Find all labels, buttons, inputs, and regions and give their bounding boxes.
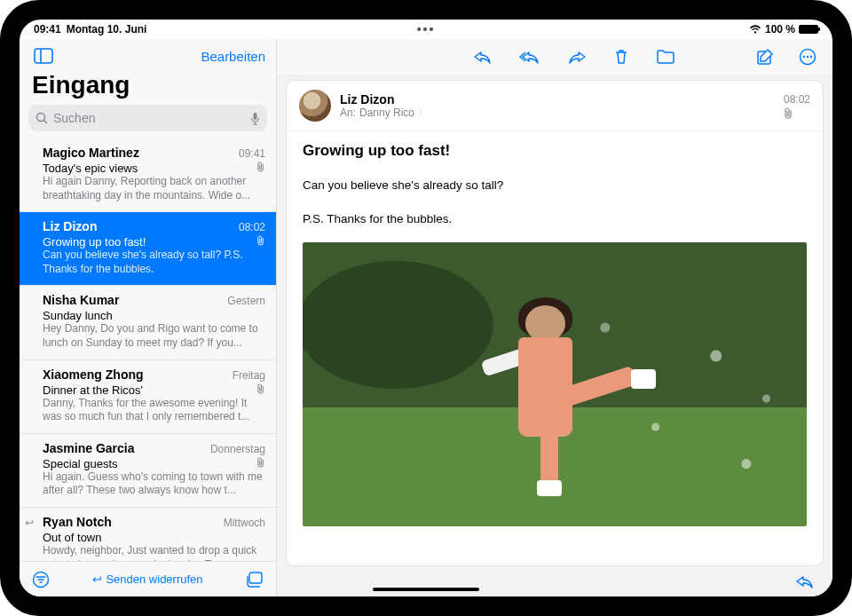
quick-reply-button[interactable] [792, 570, 818, 593]
trash-icon [613, 48, 629, 66]
attachment-icon [784, 107, 810, 119]
svg-rect-6 [249, 573, 262, 583]
item-preview: Howdy, neighbor, Just wanted to drop a q… [43, 544, 265, 561]
to-label: An: [340, 107, 356, 119]
trash-button[interactable] [610, 44, 633, 69]
reply-icon [473, 49, 493, 65]
battery-percent: 100 % [765, 23, 795, 36]
mail-body-line: P.S. Thanks for the bubbles. [303, 209, 807, 229]
filter-icon [32, 571, 50, 588]
message-header[interactable]: Liz Dizon An: Danny Rico 〉 08:02 [287, 81, 823, 131]
svg-point-9 [803, 56, 805, 58]
item-subject: Today's epic views [43, 162, 265, 175]
search-field[interactable] [28, 105, 267, 131]
sidebar-toggle-button[interactable] [30, 44, 57, 67]
item-sender: Nisha Kumar [43, 293, 119, 307]
message-card: Liz Dizon An: Danny Rico 〉 08:02 [286, 80, 824, 566]
multitask-dots[interactable]: ••• [417, 22, 436, 36]
replied-icon: ↩ [25, 517, 34, 529]
more-button[interactable] [795, 44, 820, 69]
item-preview: Hey Danny, Do you and Rigo want to come … [43, 322, 265, 350]
sender-avatar[interactable] [299, 90, 331, 122]
message-list[interactable]: Magico Martinez 09:41 Today's epic views… [20, 138, 276, 561]
message-list-item[interactable]: ↩ Ryan Notch Mittwoch Out of town Howdy,… [20, 508, 276, 561]
reply-button[interactable] [469, 44, 496, 69]
chevron-right-icon[interactable]: 〉 [418, 107, 428, 120]
item-subject: Dinner at the Ricos' [43, 383, 265, 397]
forward-button[interactable] [564, 44, 590, 69]
wifi-icon [749, 25, 761, 34]
dictate-icon[interactable] [250, 112, 260, 125]
attachment-icon [256, 162, 265, 172]
to-name[interactable]: Danny Rico [359, 107, 414, 119]
message-list-item[interactable]: Magico Martinez 09:41 Today's epic views… [20, 138, 276, 212]
undo-label: Senden widerrufen [106, 573, 202, 586]
status-date: Montag 10. Juni [67, 23, 147, 36]
item-preview: Danny, Thanks for the awesome evening! I… [43, 397, 265, 424]
attachment-icon [256, 457, 265, 468]
message-list-item[interactable]: Jasmine Garcia Donnerstag Special guests… [20, 434, 276, 508]
message-list-item[interactable]: Xiaomeng Zhong Freitag Dinner at the Ric… [20, 360, 276, 434]
item-time: Freitag [233, 369, 265, 382]
mailbox-sidebar: Bearbeiten Eingang Magico Martinez 09:41… [20, 39, 277, 596]
svg-point-11 [810, 56, 812, 58]
item-preview: Can you believe she's already so tall? P… [43, 249, 265, 276]
message-list-item[interactable]: Nisha Kumar Gestern Sunday lunch Hey Dan… [20, 286, 276, 359]
item-time: 09:41 [239, 147, 265, 160]
svg-rect-0 [35, 49, 52, 63]
status-bar: 09:41 Montag 10. Juni ••• 100 % [20, 20, 832, 39]
undo-icon: ↩ [92, 573, 102, 586]
message-body[interactable]: Growing up too fast! Can you believe she… [287, 131, 823, 565]
detail-toolbar [277, 39, 832, 75]
folder-icon [656, 49, 675, 65]
item-preview: Hi again Danny, Reporting back on anothe… [43, 175, 265, 202]
svg-point-10 [807, 56, 809, 58]
message-detail-pane: Liz Dizon An: Danny Rico 〉 08:02 [277, 39, 832, 596]
filter-button[interactable] [28, 567, 53, 592]
item-subject: Special guests [43, 457, 265, 470]
home-indicator[interactable] [373, 588, 479, 591]
mail-subject: Growing up too fast! [303, 142, 807, 160]
item-subject: Growing up too fast! [43, 235, 265, 249]
sidebar-icon [34, 48, 53, 64]
item-sender: Xiaomeng Zhong [43, 367, 144, 382]
battery-icon [799, 25, 818, 34]
item-subject: Out of town [43, 531, 265, 544]
attachment-icon [256, 235, 265, 246]
svg-line-3 [44, 121, 48, 124]
item-sender: Magico Martinez [43, 146, 139, 160]
sender-name: Liz Dizon [340, 92, 775, 107]
reply-all-button[interactable] [516, 44, 544, 69]
compose-button[interactable] [753, 44, 777, 69]
status-time: 09:41 [34, 23, 61, 36]
undo-send-button[interactable]: ↩ Senden widerrufen [92, 573, 202, 586]
search-input[interactable] [53, 111, 245, 125]
forward-icon [567, 49, 587, 65]
item-time: Gestern [227, 295, 265, 307]
item-time: 08:02 [239, 221, 265, 233]
reply-all-icon [519, 49, 540, 65]
message-list-item[interactable]: Liz Dizon 08:02 Growing up too fast! Can… [20, 212, 276, 286]
compose-stack-button[interactable] [242, 568, 267, 591]
edit-button[interactable]: Bearbeiten [201, 49, 265, 64]
ellipsis-circle-icon [799, 48, 816, 66]
item-sender: Ryan Notch [43, 515, 112, 529]
move-button[interactable] [652, 44, 679, 69]
item-time: Mittwoch [224, 517, 265, 529]
message-time: 08:02 [784, 93, 810, 106]
item-subject: Sunday lunch [43, 309, 265, 322]
compose-icon [756, 48, 774, 66]
svg-point-2 [37, 114, 45, 122]
search-icon [36, 112, 48, 124]
attachment-icon [256, 383, 265, 394]
item-time: Donnerstag [210, 443, 265, 455]
reply-icon [795, 573, 815, 589]
stack-icon [246, 572, 264, 588]
item-sender: Jasmine Garcia [43, 441, 135, 455]
svg-rect-4 [254, 113, 257, 120]
attached-photo[interactable] [303, 242, 807, 526]
mail-body-line: Can you believe she's already so tall? [303, 176, 807, 195]
item-preview: Hi again. Guess who's coming to town wit… [43, 470, 265, 498]
item-sender: Liz Dizon [43, 219, 97, 233]
mailbox-title: Eingang [20, 71, 276, 105]
